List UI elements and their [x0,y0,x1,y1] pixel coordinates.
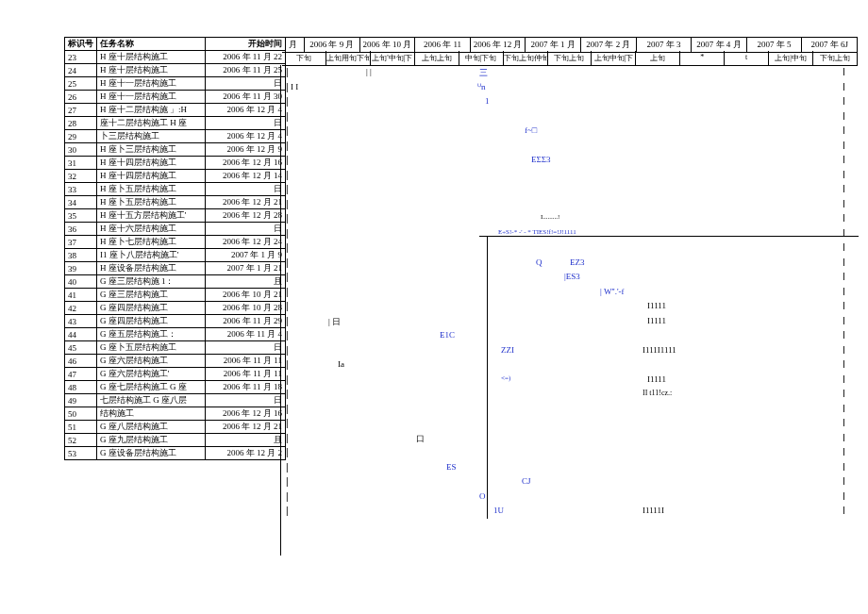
task-start: 2006 年 11 月 25 [206,64,286,77]
task-row: 39H 座设备层结构施工2007 年 1 月 21 [65,262,286,275]
month-cell: 2006 年 10 月 [360,38,416,52]
row-tick-right: I [843,96,844,107]
task-id: 34 [65,196,97,209]
row-tick: | [286,506,288,516]
gantt-mark: ZZI [501,345,514,355]
task-name: G 座四层结构施工 [97,315,206,328]
task-name: G 座八层结构施工 [97,421,206,434]
row-tick-right: I [843,506,844,516]
row-tick-right: I [843,345,844,356]
gantt-vline [487,236,488,519]
task-id: 38 [65,249,97,262]
row-tick: | [286,330,288,340]
row-tick: | [286,82,288,92]
task-id: 33 [65,183,97,196]
task-row: 29卜三层结构施工2006 年 12 月 4 [65,130,286,143]
row-tick-right: I [843,199,844,209]
subperiod-cell: 上旬上旬 [415,51,459,65]
task-start: 2006 年 12 月 4 [206,104,286,117]
gantt-mark: I I [291,82,298,91]
task-id: 27 [65,104,97,117]
task-id: 37 [65,236,97,249]
row-tick: | [286,462,288,473]
task-start: 2006 年 12 月 4 [206,130,286,143]
task-row: 40G 座三层结构施 1：且 [65,275,286,289]
gantt-mark: | | [366,67,372,76]
task-id: 48 [65,381,97,394]
task-id: 52 [65,434,97,447]
row-tick: | [286,125,288,136]
task-row: 50结构施工2006 年 12 月 16 [65,407,286,421]
task-name: G 座七层结构施工 G 座 [97,381,206,394]
gantt-mark: | 日 [328,316,341,328]
row-tick: | [286,228,288,239]
task-id: 32 [65,170,97,183]
month-cell: 2007 年 5 [747,38,803,52]
task-id: 46 [65,355,97,368]
month-cell: 2006 年 9 月 [305,38,360,52]
subperiod-cell: 上旬'中旬|下 [371,51,415,65]
task-id: 44 [65,328,97,341]
task-name: H 座卜五层结构施工 [97,183,206,196]
gantt-mark: I.........! [541,213,559,221]
task-name: H 座十四层结构施工 [97,170,206,183]
row-tick: | [286,213,288,224]
task-id: 45 [65,341,97,355]
gantt-mark: Ia [338,359,344,369]
task-name: G 座九层结构施工 [97,434,206,447]
task-id: 51 [65,421,97,434]
task-name: G 座三层结构施工 [97,289,206,302]
row-tick: | [286,359,288,370]
task-start: 日 [206,117,286,130]
task-name: H 座设备层结构施工 [97,262,206,275]
gantt-mark: ᵁn [477,82,486,91]
gantt-mark: 三 [479,67,488,79]
row-tick-right: I [843,330,844,340]
task-name: 结构施工 [97,407,206,421]
gantt-mark: | W''.'-f [600,287,625,296]
row-tick-right: I [843,418,844,428]
gantt-mark: O [479,491,486,501]
row-tick-right: I [843,242,844,253]
task-id: 23 [65,51,97,64]
row-tick: | [286,389,288,399]
gantt-mark: EZ3 [570,257,585,267]
row-tick: | [286,155,288,165]
month-cell: 2007 年 2 月 [581,38,637,52]
task-name: 七层结构施工 G 座八层 [97,394,206,407]
task-start: 2006 年 12 月 9 [206,143,286,157]
task-start: 2006 年 12 月 16 [206,407,286,421]
task-id: 47 [65,368,97,381]
gantt-hline [479,236,859,237]
task-start: 2006 年 12 月 2 [206,447,286,460]
task-row: 46G 座六层结构施工2006 年 11 月 11 [65,355,286,368]
gantt-mark: E1C [440,330,455,340]
task-id: 41 [65,289,97,302]
row-tick-right: I [843,213,844,224]
row-tick: | [286,67,288,77]
task-name: G 座设备层结构施工 [97,447,206,460]
gantt-mark: I1111 [647,301,666,310]
row-tick-right: I [843,462,844,473]
row-tick-right: I [843,301,844,311]
row-tick-right: I [843,491,844,502]
gantt-mark: <=) [501,374,510,382]
task-start: 日 [206,223,286,236]
task-name: G 座五层结构施工： [97,328,206,341]
task-name: H 座十二层结构施 」:H [97,104,206,117]
row-tick: | [286,170,288,180]
task-start: 2006 年 11 月 30 [206,91,286,104]
task-start: 2007 年 1 月 21 [206,262,286,275]
task-id: 28 [65,117,97,130]
subperiod-cell: 上旬用旬下旬 [326,51,371,65]
row-tick-right: I [843,111,844,122]
task-start: 2006 年 11 月 22 [206,51,286,64]
task-row: 30H 座卜三层结构施工2006 年 12 月 9 [65,143,286,157]
task-row: 33H 座卜五层结构施工日 [65,183,286,196]
task-start: 且 [206,275,286,289]
task-row: 32H 座十四层结构施工2006 年 12 月 14 [65,170,286,183]
task-row: 25H 座十一层结构施工日 [65,77,286,91]
gantt-mark: I1111 [647,316,666,325]
task-row: 41G 座三层结构施工2006 年 10 月 21 [65,289,286,302]
row-tick-right: I [843,82,844,92]
